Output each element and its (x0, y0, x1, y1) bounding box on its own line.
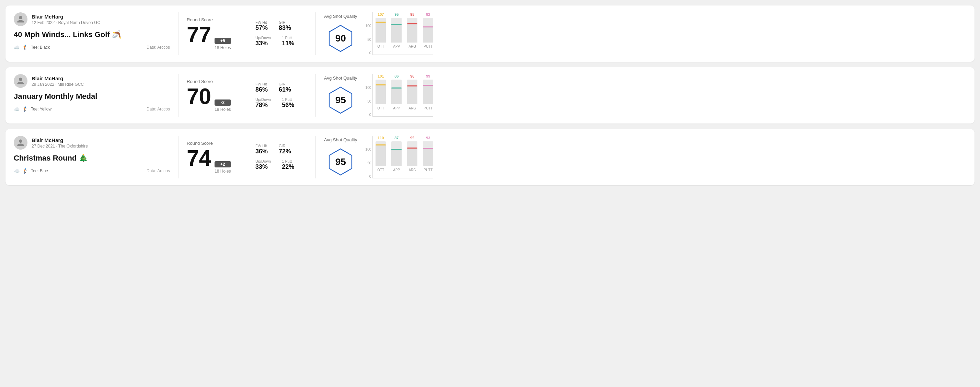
player-meta-2: 29 Jan 2022 · Mill Ride GCC (32, 82, 84, 87)
chart-label-putt: PUTT (423, 106, 433, 110)
bar-line-ott (375, 22, 386, 23)
fw-hit-label: FW Hit (255, 20, 268, 24)
chart-val-putt: 82 (426, 12, 430, 16)
bar-line-putt (423, 85, 433, 86)
weather-icon: ☁️ (14, 168, 19, 174)
stats-section-1: FW Hit 57% GIR 83% Up/Down 33% 1 Putt 11… (247, 12, 316, 55)
player-details: Blair McHarg 12 Feb 2022 · Royal North D… (32, 14, 100, 25)
y-axis: 100 50 0 (366, 24, 371, 55)
chart-label-putt: PUTT (423, 44, 433, 48)
bag-icon: 🏌️ (22, 168, 28, 174)
gir-stat-2: GIR 61% (279, 82, 291, 93)
player-details: Blair McHarg 27 Dec 2021 · The Oxfordshi… (32, 137, 88, 149)
hexagon-2: 95 (325, 85, 356, 116)
bar-line-ott (375, 84, 386, 86)
stats-row-top-2: FW Hit 86% GIR 61% (255, 82, 307, 93)
hex-score-3: 95 (336, 157, 346, 167)
chart-val-ott: 107 (378, 12, 384, 16)
bar-bg-putt (423, 141, 433, 166)
score-label-3: Round Score (187, 141, 239, 146)
bar-chart: 100 50 0 110 OTT 87 (366, 136, 958, 178)
quality-section-3: Avg Shot Quality 95 100 50 0 110 (316, 136, 966, 178)
score-number-2: 70 (187, 86, 211, 107)
fw-hit-value-2: 86% (255, 86, 268, 93)
chart-col-putt: 93 PUTT (423, 136, 433, 172)
score-row-1: 77 +5 18 Holes (187, 24, 239, 50)
bar-fill-app (391, 24, 402, 43)
chart-col-app: 87 APP (391, 136, 402, 172)
up-down-label: Up/Down (255, 36, 271, 40)
chart-val-app: 87 (395, 136, 399, 140)
tee-label-3: Tee: Blue (31, 168, 48, 173)
bar-bg-app (391, 79, 402, 104)
chart-label-arg: ARG (409, 106, 416, 110)
score-diff-badge-3: +2 (215, 161, 231, 167)
fw-hit-label: FW Hit (255, 144, 268, 148)
fw-hit-stat-3: FW Hit 36% (255, 144, 268, 155)
one-putt-stat-3: 1 Putt 22% (282, 159, 294, 171)
chart-col-app: 95 APP (391, 12, 402, 48)
y-axis: 100 50 0 (366, 148, 371, 178)
bar-line-app (391, 24, 402, 25)
bag-icon: 🏌️ (22, 44, 28, 50)
chart-col-ott: 107 OTT (375, 12, 386, 48)
fw-hit-label: FW Hit (255, 82, 268, 86)
chart-val-putt: 93 (426, 136, 430, 140)
round-card-3: Blair McHarg 27 Dec 2021 · The Oxfordshi… (5, 129, 975, 185)
stats-row-top-3: FW Hit 36% GIR 72% (255, 144, 307, 155)
quality-label-1: Avg Shot Quality (324, 14, 357, 19)
left-section-2: Blair McHarg 29 Jan 2022 · Mill Ride GCC… (14, 74, 178, 117)
player-info-3: Blair McHarg 27 Dec 2021 · The Oxfordshi… (14, 136, 170, 149)
quality-left-2: Avg Shot Quality 95 (324, 76, 357, 116)
score-diff-badge-1: +5 (215, 38, 231, 44)
chart-col-arg: 95 ARG (407, 136, 417, 172)
up-down-stat-2: Up/Down 78% (255, 97, 271, 109)
player-name-2: Blair McHarg (32, 76, 84, 81)
bar-fill-putt (423, 85, 433, 104)
chart-col-arg: 96 ARG (407, 74, 417, 110)
gir-value-2: 61% (279, 86, 291, 93)
score-badge-col-2: -2 18 Holes (215, 100, 231, 112)
chart-label-ott: OTT (377, 106, 384, 110)
score-number-3: 74 (187, 147, 211, 169)
fw-hit-value-3: 36% (255, 148, 268, 155)
player-info-2: Blair McHarg 29 Jan 2022 · Mill Ride GCC (14, 74, 170, 88)
score-holes-2: 18 Holes (215, 107, 231, 112)
player-info-1: Blair McHarg 12 Feb 2022 · Royal North D… (14, 12, 170, 26)
weather-icon: ☁️ (14, 44, 19, 50)
tee-info-2: ☁️ 🏌️ Tee: Yellow (14, 106, 51, 112)
chart-col-arg: 98 ARG (407, 12, 417, 48)
left-section-1: Blair McHarg 12 Feb 2022 · Royal North D… (14, 12, 178, 55)
avatar-1 (14, 12, 27, 26)
gir-stat-1: GIR 83% (279, 20, 291, 32)
bar-fill-ott (375, 22, 386, 43)
data-source-1: Data: Arccos (146, 45, 170, 50)
fw-hit-stat-2: FW Hit 86% (255, 82, 268, 93)
bar-chart: 100 50 0 107 OTT 95 (366, 12, 958, 55)
bar-line-ott (375, 144, 386, 146)
gir-value-1: 83% (279, 24, 291, 32)
player-details: Blair McHarg 29 Jan 2022 · Mill Ride GCC (32, 76, 84, 87)
round-footer-1: ☁️ 🏌️ Tee: Black Data: Arccos (14, 44, 170, 50)
bar-bg-ott (375, 18, 386, 43)
quality-section-2: Avg Shot Quality 95 100 50 0 101 (316, 74, 966, 117)
one-putt-stat-2: 1 Putt 56% (282, 97, 294, 109)
player-name-3: Blair McHarg (32, 137, 88, 143)
bar-fill-ott (375, 84, 386, 104)
bar-bg-putt (423, 18, 433, 43)
score-section-1: Round Score 77 +5 18 Holes (178, 12, 247, 55)
bar-chart: 100 50 0 101 OTT 86 (366, 74, 958, 117)
round-card-1: Blair McHarg 12 Feb 2022 · Royal North D… (5, 5, 975, 62)
score-row-2: 70 -2 18 Holes (187, 86, 239, 112)
bar-line-arg (407, 148, 417, 149)
bag-icon: 🏌️ (22, 106, 28, 112)
round-footer-3: ☁️ 🏌️ Tee: Blue Data: Arccos (14, 168, 170, 174)
person-icon (16, 77, 25, 85)
bar-bg-arg (407, 18, 417, 43)
bar-fill-app (391, 149, 402, 166)
round-card-2: Blair McHarg 29 Jan 2022 · Mill Ride GCC… (5, 67, 975, 124)
up-down-value-1: 33% (255, 40, 271, 47)
one-putt-value-3: 22% (282, 163, 294, 171)
hexagon-3: 95 (325, 146, 356, 178)
gir-stat-3: GIR 72% (279, 144, 291, 155)
